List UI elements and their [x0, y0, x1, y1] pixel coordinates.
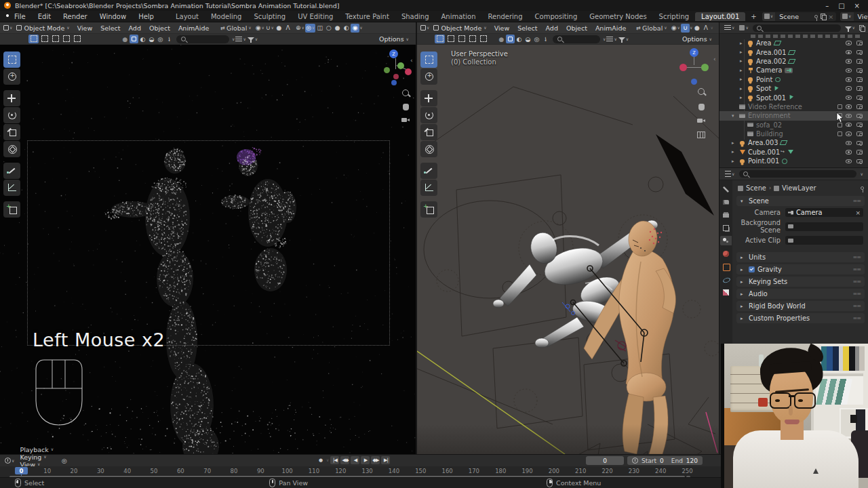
hide-eye-icon[interactable] — [846, 123, 852, 127]
viewport-menu-item[interactable]: AnimAide — [174, 24, 213, 32]
shading-rendered-button[interactable]: ◉ — [351, 24, 359, 33]
record-button[interactable]: ● — [316, 456, 325, 464]
expand-arrow-icon[interactable] — [740, 58, 746, 64]
expand-arrow-icon[interactable] — [732, 113, 738, 119]
mode-dropdown[interactable]: Object Mode∨ — [430, 24, 490, 32]
outliner-item[interactable]: Point ↪ — [719, 75, 868, 84]
breadcrumb-viewlayer[interactable]: ViewLayer — [782, 184, 816, 192]
properties-tab[interactable] — [720, 197, 732, 207]
tool-button[interactable] — [420, 68, 437, 85]
clear-icon[interactable]: × — [855, 209, 861, 216]
start-value[interactable]: 0 — [660, 458, 664, 464]
outliner-item[interactable]: Spot.001 ↪ — [719, 93, 868, 102]
render-display-button[interactable]: ◒ — [524, 35, 532, 43]
tool-button[interactable] — [420, 163, 437, 179]
tool-button[interactable] — [3, 141, 20, 157]
proportional-falloff[interactable]: Λ — [701, 24, 710, 33]
outliner-item[interactable]: Video Reference ↪ — [719, 102, 868, 111]
select-mode-button[interactable] — [39, 35, 50, 43]
hide-eye-icon[interactable] — [846, 141, 852, 146]
orientation-dropdown[interactable]: ⇄Global∨ — [633, 24, 670, 32]
expand-arrow-icon[interactable] — [740, 41, 746, 46]
orthographic-icon[interactable] — [696, 129, 707, 140]
tool-button[interactable] — [3, 163, 20, 179]
mode-dropdown[interactable]: Object Mode∨ — [13, 24, 73, 32]
tool-button[interactable] — [420, 90, 437, 106]
outliner-item[interactable]: Environment ↪ — [719, 111, 868, 120]
expand-arrow-icon[interactable] — [732, 159, 738, 164]
scene-selector[interactable]: ∨ Scene × — [762, 12, 836, 21]
shading-sphere-icon[interactable]: ● — [497, 35, 506, 43]
timeline-menu-item[interactable]: Keying∨ — [15, 453, 58, 461]
exclude-checkbox[interactable] — [837, 104, 842, 109]
viewport-menu-item[interactable]: Select — [96, 24, 124, 32]
collapsed-panel[interactable]: ▸ Keying Sets ≡≡ — [736, 277, 865, 287]
render-visibility-icon[interactable] — [856, 114, 863, 119]
material-display-button[interactable]: ◐ — [515, 35, 524, 43]
hide-eye-icon[interactable] — [846, 96, 852, 100]
render-visibility-icon[interactable] — [856, 150, 863, 155]
timeline-menu-item[interactable]: Playback∨ — [15, 446, 58, 453]
properties-tab[interactable] — [720, 287, 732, 297]
viewport-menu-item[interactable]: Object — [145, 24, 174, 32]
close-button[interactable]: × — [854, 2, 860, 9]
paint-display-button[interactable]: ✓ — [163, 34, 175, 45]
outliner-filter-dropdown[interactable]: ∨ — [844, 24, 856, 33]
options-button[interactable]: Options∨ — [682, 35, 719, 43]
viewport-right-canvas[interactable]: User Perspective (0) Collection — [417, 45, 719, 454]
outliner-item[interactable]: Area ↪ — [719, 39, 868, 47]
snap-toggle[interactable]: ∪∨ — [265, 24, 275, 33]
select-mode-button[interactable] — [467, 35, 477, 43]
outliner-item[interactable]: Spot ↪ — [719, 84, 868, 93]
outliner-item[interactable]: Area.001 ↪ — [719, 47, 868, 56]
material-display-button[interactable]: ◐ — [138, 35, 147, 43]
gizmos-toggle[interactable]: ⊕∨ — [295, 24, 305, 33]
hide-eye-icon[interactable] — [846, 77, 852, 82]
viewport-menu-item[interactable]: View — [73, 24, 97, 32]
camera-view-icon[interactable] — [696, 115, 707, 126]
tool-button[interactable] — [3, 201, 20, 218]
render-visibility-icon[interactable] — [856, 77, 863, 82]
render-visibility-icon[interactable] — [856, 96, 863, 100]
proportional-toggle[interactable]: ● — [275, 24, 283, 33]
properties-tab[interactable] — [720, 249, 732, 258]
solid-display-button[interactable] — [506, 35, 515, 43]
proportional-falloff[interactable]: Λ — [283, 24, 292, 33]
tool-button[interactable] — [420, 52, 437, 68]
new-collection-icon[interactable] — [859, 25, 864, 30]
viewport-menu-item[interactable]: Add — [542, 24, 562, 32]
zoom-icon[interactable] — [696, 87, 707, 98]
snap-toggle[interactable]: ∪ — [681, 24, 690, 33]
workspace-tab[interactable]: Geometry Nodes — [583, 12, 652, 21]
outliner-item[interactable]: Point.001 ↪ — [719, 157, 868, 165]
zoom-icon[interactable] — [401, 88, 412, 99]
menu-item[interactable]: Render — [57, 13, 94, 20]
camera-view-dot[interactable] — [691, 79, 697, 85]
outliner-item[interactable]: Area.002 ↪ — [719, 57, 868, 66]
gizmo-z-axis[interactable]: Z — [389, 49, 398, 58]
tool-button[interactable] — [420, 201, 437, 218]
playhead[interactable]: 0 — [15, 467, 28, 474]
render-visibility-icon[interactable] — [856, 141, 863, 146]
property-field[interactable]: × — [785, 236, 863, 245]
render-visibility-icon[interactable] — [856, 59, 863, 64]
properties-tab[interactable] — [720, 223, 732, 232]
workspace-tab[interactable]: Shading — [395, 12, 435, 21]
hide-eye-icon[interactable] — [846, 59, 852, 64]
select-mode-button[interactable] — [28, 35, 39, 43]
viewport-search-input[interactable] — [553, 35, 600, 43]
play-button[interactable]: ▶ — [361, 456, 370, 464]
workspace-tab[interactable]: UV Editing — [292, 12, 339, 21]
tool-button[interactable] — [3, 68, 20, 85]
workspace-tab[interactable]: Texture Paint — [339, 12, 395, 21]
outliner-item[interactable]: sofa_02 ↪ — [719, 121, 868, 129]
expand-arrow-icon[interactable] — [732, 140, 738, 146]
maximize-button[interactable]: □ — [838, 2, 844, 9]
gizmo-neg-axis[interactable] — [384, 67, 390, 73]
orientation-dropdown[interactable]: ⇄Global∨ — [217, 24, 254, 32]
outliner-display-mode-dropdown[interactable]: ∨ — [724, 24, 735, 33]
end-value[interactable]: 120 — [686, 458, 698, 464]
region-collapse-arrow[interactable]: ‹ — [410, 57, 413, 64]
editor-type-button[interactable]: ∨ — [420, 24, 430, 33]
hide-eye-icon[interactable] — [846, 68, 852, 73]
